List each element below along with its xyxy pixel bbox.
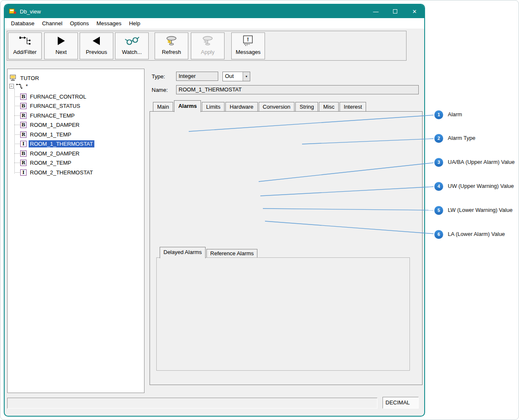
tree-item-label: ROOM_2_THERMOSTAT (29, 169, 94, 176)
add-filter-label: Add/Filter (13, 49, 37, 55)
add-filter-button[interactable]: Add/Filter (8, 32, 42, 59)
tree-item-label: ROOM_2_DAMPER (29, 150, 81, 157)
type-label: Type: (152, 73, 165, 80)
tree-item-selected[interactable]: I ROOM_1_THERMOSTAT (20, 140, 94, 147)
tree-branch-label: * (24, 83, 29, 90)
point-type-icon: R (20, 160, 27, 166)
tree-item[interactable]: B ROOM_2_DAMPER (20, 150, 81, 157)
messages-icon: ! (242, 33, 254, 49)
subtab-reference-alarms[interactable]: Reference Alarms (206, 249, 257, 257)
window-controls: — ✕ (366, 5, 424, 18)
previous-label: Previous (86, 49, 107, 55)
minimize-button[interactable]: — (366, 5, 385, 18)
title-bar: Db_view — ✕ (5, 5, 424, 18)
menu-item-database[interactable]: Database (7, 20, 38, 27)
tree-item[interactable]: R ROOM_2_TEMP (20, 159, 72, 166)
point-type-icon: I (20, 141, 27, 147)
callout-1-badge: 1 (434, 110, 443, 119)
tree-item[interactable]: R FURNACE_TEMP (20, 112, 76, 119)
close-button[interactable]: ✕ (405, 5, 424, 18)
tab-hardware[interactable]: Hardware (225, 102, 257, 111)
callout-6-badge: 6 (434, 230, 443, 239)
callout-3-label: UA/BA (Upper Alarm) Value (448, 159, 515, 165)
chevron-down-icon[interactable]: ▼ (243, 72, 250, 81)
callout-5-label: LW (Lower Warning) Value (448, 207, 513, 213)
tree-item[interactable]: B FURNACE_STATUS (20, 102, 81, 110)
point-type-icon: B (20, 103, 27, 109)
page: Db_view — ✕ Database Channel Options Mes… (0, 0, 519, 420)
status-message-field (7, 398, 377, 409)
previous-icon (91, 33, 102, 49)
messages-button[interactable]: ! Messages (231, 32, 265, 59)
tree-item-label: ROOM_2_TEMP (29, 159, 72, 166)
app-icon (9, 8, 16, 15)
callout-1-label: Alarm (448, 111, 462, 118)
tree-branch[interactable]: − * (9, 82, 29, 90)
tree-item[interactable]: B FURNACE_CONTROL (20, 93, 88, 100)
maximize-icon (393, 9, 397, 13)
tab-alarms[interactable]: Alarms (174, 100, 201, 112)
watch-icon (124, 33, 139, 49)
tree-item-label: FURNACE_TEMP (29, 112, 76, 119)
tree-connector-line (14, 88, 15, 174)
add-filter-icon (19, 33, 31, 49)
type-field: Integer (176, 72, 218, 81)
callout-2-label: Alarm Type (448, 135, 476, 141)
alarm-subtab-strip: Delayed Alarms Reference Alarms (160, 247, 258, 257)
callout-3-badge: 3 (434, 158, 443, 167)
tab-conversion[interactable]: Conversion (259, 102, 295, 111)
tab-main[interactable]: Main (153, 102, 173, 111)
point-type-icon: B (20, 122, 27, 128)
subtab-delayed-alarms[interactable]: Delayed Alarms (160, 247, 206, 258)
previous-button[interactable]: Previous (80, 32, 113, 59)
name-label: Name: (152, 87, 168, 93)
menu-item-messages[interactable]: Messages (93, 20, 125, 27)
next-icon (56, 33, 67, 49)
point-type-icon: I (20, 169, 27, 176)
project-icon (9, 75, 17, 81)
direction-value: Out (225, 73, 241, 79)
next-button[interactable]: Next (44, 32, 78, 59)
watch-button[interactable]: Watch... (115, 32, 149, 59)
menu-item-options[interactable]: Options (66, 20, 93, 27)
tree-item-label: FURNACE_CONTROL (29, 93, 88, 100)
callout-6-label: LA (Lower Alarm) Value (448, 231, 505, 237)
maximize-button[interactable] (385, 5, 405, 18)
callout-4-label: UW (Upper Warning) Value (448, 183, 514, 189)
refresh-label: Refresh (162, 49, 181, 55)
point-type-icon: R (20, 131, 27, 138)
tab-interest[interactable]: Interest (340, 102, 366, 111)
tree-item[interactable]: R ROOM_1_TEMP (20, 131, 72, 138)
filter-node-icon (16, 83, 22, 89)
collapse-expander-icon[interactable]: − (9, 84, 14, 88)
tab-strip: Main Alarms Limits Hardware Conversion S… (153, 100, 367, 111)
menu-bar: Database Channel Options Messages Help (5, 18, 424, 29)
db-view-window: Db_view — ✕ Database Channel Options Mes… (4, 4, 425, 417)
tab-misc[interactable]: Misc (319, 102, 339, 111)
apply-icon (201, 33, 215, 49)
tree-root[interactable]: TUTOR (9, 74, 40, 82)
refresh-button[interactable]: Refresh (155, 32, 188, 59)
status-mode-field: DECIMAL (383, 397, 419, 409)
point-type-icon: B (20, 94, 27, 100)
delayed-alarms-panel (156, 257, 410, 371)
menu-item-help[interactable]: Help (125, 20, 144, 27)
point-type-icon: B (20, 150, 27, 157)
callout-4-badge: 4 (434, 182, 443, 191)
tree-item-label: ROOM_1_THERMOSTAT (29, 140, 94, 147)
window-title: Db_view (20, 8, 41, 15)
point-type-icon: R (20, 112, 27, 119)
svg-text:!: ! (247, 37, 249, 43)
menu-item-channel[interactable]: Channel (38, 20, 66, 27)
tree-item[interactable]: B ROOM_1_DAMPER (20, 121, 81, 128)
toolbar: Add/Filter Next Previous (7, 31, 407, 61)
tree-root-label: TUTOR (19, 75, 40, 82)
name-field: ROOM_1_THERMOSTAT (176, 85, 419, 94)
tree-item[interactable]: I ROOM_2_THERMOSTAT (20, 169, 94, 176)
watch-label: Watch... (122, 49, 142, 55)
next-label: Next (56, 49, 67, 55)
direction-combobox[interactable]: Out ▼ (222, 72, 250, 81)
apply-button: Apply (191, 32, 225, 59)
tab-string[interactable]: String (295, 102, 318, 111)
tab-limits[interactable]: Limits (202, 102, 225, 111)
